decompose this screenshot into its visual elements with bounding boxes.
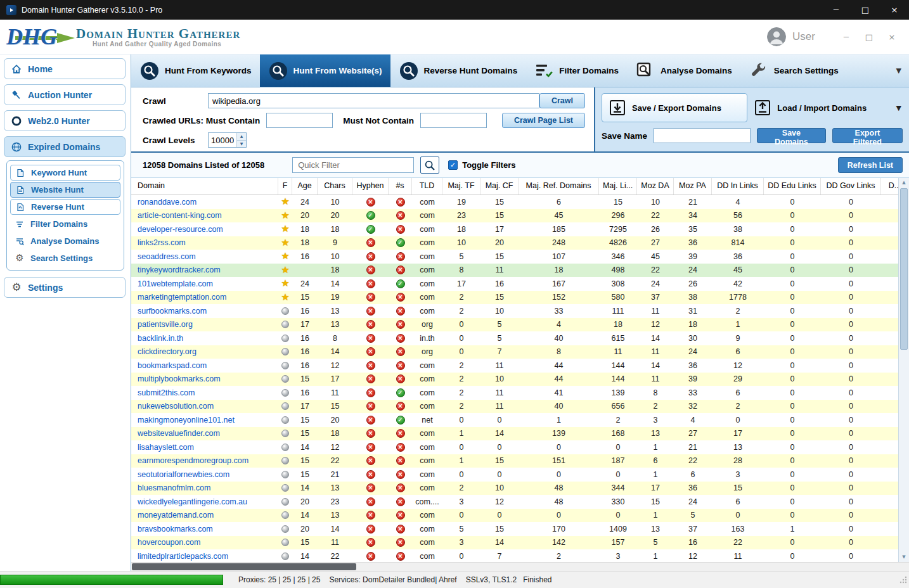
tab-analyse-domains[interactable]: Analyse Domains (627, 54, 740, 87)
load-import-domains-button[interactable]: Load / Import Domains (747, 93, 892, 122)
horizontal-scrollbar[interactable] (131, 562, 909, 571)
domain-link[interactable]: marketingtemptation.com (138, 293, 226, 302)
domain-link[interactable]: patientsville.org (138, 320, 193, 329)
column-header-dd-gov-links[interactable]: DD Gov Links (821, 178, 881, 195)
column-header-maj-ref-domains[interactable]: Maj. Ref. Domains (519, 178, 599, 195)
domain-link[interactable]: wickedlyelegantlingerie.com.au (138, 497, 247, 506)
domain-link[interactable]: websitevaluefinder.com (138, 429, 220, 438)
star-icon[interactable]: ★ (281, 252, 289, 261)
ball-icon[interactable] (281, 553, 289, 560)
export-panel-dropdown-icon[interactable]: ▼ (893, 104, 903, 112)
domain-link[interactable]: lisahayslett.com (138, 443, 194, 452)
ball-icon[interactable] (281, 402, 289, 410)
refresh-list-button[interactable]: Refresh List (838, 157, 903, 173)
table-row[interactable]: submit2this.com1611×✓com21141139833600 (131, 386, 909, 400)
tab-filter-domains[interactable]: Filter Domains (525, 54, 627, 87)
horizontal-scrollbar-thumb[interactable] (132, 563, 356, 570)
column-header-chars[interactable]: Chars (318, 178, 352, 195)
sidebar-item-settings[interactable]: ⚙ Settings (4, 277, 126, 298)
sidebar-item-analyse-domains[interactable]: Analyse Domains (10, 233, 120, 249)
table-row[interactable]: moneyatdemand.com1413××com000015000 (131, 509, 909, 523)
table-row[interactable]: earnmorespendmoregroup.com1522××com11515… (131, 454, 909, 468)
table-row[interactable]: surfbookmarks.com1613××com21033111113120… (131, 304, 909, 318)
column-header-age[interactable]: Age (292, 178, 318, 195)
domain-link[interactable]: submit2this.com (138, 388, 195, 397)
sidebar-item-keyword-hunt[interactable]: Keyword Hunt (10, 165, 120, 181)
star-icon[interactable]: ★ (281, 224, 289, 234)
save-domains-button[interactable]: Save Domains (757, 128, 826, 143)
ball-icon[interactable] (281, 525, 289, 533)
domain-link[interactable]: earnmorespendmoregroup.com (138, 456, 248, 465)
table-row[interactable]: lisahayslett.com1412××com00001211300 (131, 440, 909, 454)
column-header-maj-tf[interactable]: Maj. TF (442, 178, 480, 195)
vertical-scrollbar[interactable]: ▲ ▼ (898, 178, 909, 562)
domain-link[interactable]: bravsbookmarks.com (138, 525, 213, 534)
table-row[interactable]: marketingtemptation.com★1519××com2151525… (131, 291, 909, 305)
sidebar-item-search-settings[interactable]: ⚙ Search Settings (10, 250, 120, 266)
star-icon[interactable]: ★ (281, 211, 289, 220)
table-row[interactable]: makingmoneyonline101.net1520×✓net0012340… (131, 413, 909, 427)
table-row[interactable]: ronanddave.com★2410××com19156151021400 (131, 195, 909, 209)
resize-grip[interactable] (899, 575, 908, 584)
column-header-dd-in-links[interactable]: DD In Links (712, 178, 764, 195)
stepper-up-icon[interactable]: ▲ (237, 133, 246, 141)
header-minimize-icon[interactable]: ─ (838, 32, 854, 42)
ball-icon[interactable] (281, 389, 289, 397)
column-header-maj-li[interactable]: Maj. Li... (599, 178, 637, 195)
user-avatar[interactable] (767, 27, 786, 46)
star-icon[interactable]: ★ (281, 293, 289, 302)
star-icon[interactable]: ★ (281, 265, 289, 275)
table-row[interactable]: websitevaluefinder.com1518××com114139168… (131, 427, 909, 441)
sidebar-item-expired-domains[interactable]: Expired Domains (4, 136, 126, 157)
domain-link[interactable]: seotutorialfornewbies.com (138, 470, 229, 479)
tabbar-dropdown-icon[interactable]: ▼ (889, 67, 909, 75)
table-row[interactable]: developer-resource.com★1818✓×com18171857… (131, 222, 909, 236)
export-filtered-button[interactable]: Export Filtered (832, 128, 903, 143)
domain-link[interactable]: nukewebsolution.com (138, 402, 214, 411)
column-header-moz-pa[interactable]: Moz PA (674, 178, 712, 195)
column-header-s[interactable]: #s (389, 178, 412, 195)
maximize-button[interactable]: □ (851, 0, 880, 20)
table-row[interactable]: clickdirectory.org1614××org078111124600 (131, 345, 909, 359)
domain-link[interactable]: hovercoupon.com (138, 538, 200, 547)
save-name-input[interactable] (654, 128, 751, 143)
quick-filter-input[interactable] (292, 157, 414, 173)
domain-link[interactable]: moneyatdemand.com (138, 511, 214, 520)
ball-icon[interactable] (281, 498, 289, 506)
sidebar-item-web20-hunter[interactable]: Web2.0 Hunter (4, 110, 126, 131)
header-maximize-icon[interactable]: □ (861, 32, 877, 42)
stepper-down-icon[interactable]: ▼ (237, 141, 246, 148)
crawl-page-list-button[interactable]: Crawl Page List (502, 113, 585, 128)
table-row[interactable]: bravsbookmarks.com2014××com5151701409133… (131, 522, 909, 536)
must-contain-input[interactable] (266, 113, 333, 128)
column-header-f[interactable]: F (278, 178, 292, 195)
table-row[interactable]: wickedlyelegantlingerie.com.au2023××com.… (131, 495, 909, 509)
ball-icon[interactable] (281, 348, 289, 355)
ball-icon[interactable] (281, 307, 289, 315)
domain-link[interactable]: 101webtemplate.com (138, 279, 213, 288)
domain-link[interactable]: multiplybookmarks.com (138, 374, 221, 383)
header-close-icon[interactable]: × (884, 32, 900, 42)
ball-icon[interactable] (281, 416, 289, 424)
domain-link[interactable]: limitedplrarticlepacks.com (138, 552, 228, 561)
table-row[interactable]: hovercoupon.com1511××com3141421575162200 (131, 536, 909, 550)
sidebar-item-auction-hunter[interactable]: Auction Hunter (4, 84, 126, 105)
crawl-levels-input[interactable] (209, 133, 236, 147)
ball-icon[interactable] (281, 321, 289, 328)
must-not-contain-input[interactable] (420, 113, 487, 128)
tab-hunt-from-keywords[interactable]: Hunt From Keywords (131, 54, 260, 87)
scroll-up-icon[interactable]: ▲ (899, 178, 909, 188)
ball-icon[interactable] (281, 362, 289, 369)
crawl-button[interactable]: Crawl (539, 93, 585, 108)
tab-search-settings[interactable]: Search Settings (740, 54, 847, 87)
table-row[interactable]: seoaddress.com★1610××com5151073464539360… (131, 250, 909, 264)
star-icon[interactable]: ★ (281, 238, 289, 248)
domain-link[interactable]: article-content-king.com (138, 211, 222, 220)
star-icon[interactable]: ★ (281, 197, 289, 207)
table-row[interactable]: patientsville.org1713××org054181218100 (131, 318, 909, 332)
tab-hunt-from-websites[interactable]: Hunt From Website(s) (260, 54, 390, 87)
table-row[interactable]: article-content-king.com★2020✓×com231545… (131, 209, 909, 223)
ball-icon[interactable] (281, 471, 289, 478)
column-header-maj-cf[interactable]: Maj. CF (480, 178, 519, 195)
ball-icon[interactable] (281, 444, 289, 451)
